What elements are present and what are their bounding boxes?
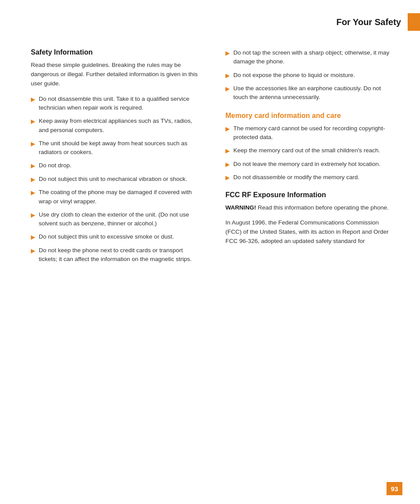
list-item: ▶ Do not subject this unit to mechanical… — [31, 175, 199, 184]
safety-info-heading: Safety Information — [31, 48, 199, 56]
bullet-arrow-icon: ▶ — [31, 95, 35, 104]
list-item: ▶ Do not keep the phone next to credit c… — [31, 246, 199, 264]
bullet-arrow-icon: ▶ — [31, 162, 35, 170]
bullet-text: Do not subject this unit to mechanical v… — [39, 175, 199, 184]
safety-intro-text: Read these simple guidelines. Breaking t… — [31, 61, 199, 88]
list-item: ▶ Do not drop. — [31, 161, 199, 170]
list-item: ▶ Use dry cloth to clean the exterior of… — [31, 210, 199, 228]
list-item: ▶ Do not expose the phone to liquid or m… — [225, 71, 394, 80]
bullet-arrow-icon: ▶ — [31, 246, 35, 255]
bullet-text: Do not subject this unit to excessive sm… — [39, 232, 199, 241]
list-item: ▶ Do not disassemble or modify the memor… — [225, 173, 394, 182]
right-column: ▶ Do not tap the screen with a sharp obj… — [221, 48, 394, 268]
list-item: ▶ The coating of the phone may be damage… — [31, 188, 199, 206]
top-bullet-list: ▶ Do not tap the screen with a sharp obj… — [225, 48, 394, 102]
fcc-warning-paragraph: WARNING! Read this information before op… — [225, 203, 394, 213]
list-item: ▶ Use the accessories like an earphone c… — [225, 84, 394, 102]
bullet-arrow-icon: ▶ — [31, 175, 35, 184]
memory-card-section: Memory card information and care ▶ The m… — [225, 112, 394, 182]
header-accent-bar — [408, 13, 420, 31]
bullet-text: Use the accessories like an earphone cau… — [233, 84, 394, 102]
bullet-text: The coating of the phone may be damaged … — [39, 188, 199, 206]
bullet-arrow-icon: ▶ — [31, 233, 35, 242]
bullet-arrow-icon: ▶ — [31, 188, 35, 197]
bullet-arrow-icon: ▶ — [225, 125, 230, 133]
list-item: ▶ Keep the memory card out of the small … — [225, 146, 394, 155]
fcc-body-text: In August 1996, the Federal Communicatio… — [225, 218, 394, 246]
memory-card-heading: Memory card information and care — [225, 112, 394, 120]
bullet-text: Do not leave the memory card in extremel… — [233, 160, 394, 169]
list-item: ▶ Do not subject this unit to excessive … — [31, 232, 199, 242]
bullet-text: Do not drop. — [39, 161, 199, 170]
main-content: Safety Information Read these simple gui… — [0, 40, 420, 294]
fcc-warning-label: WARNING! — [225, 204, 256, 211]
bullet-arrow-icon: ▶ — [225, 49, 230, 58]
header-title: For Your Safety — [336, 17, 401, 27]
fcc-heading: FCC RF Exposure Information — [225, 191, 394, 199]
bullet-text: Do not disassemble this unit. Take it to… — [39, 95, 199, 113]
bullet-text: Do not keep the phone next to credit car… — [39, 246, 199, 264]
list-item: ▶ The memory card cannot be used for rec… — [225, 124, 394, 142]
bullet-arrow-icon: ▶ — [225, 147, 230, 155]
bullet-text: The memory card cannot be used for recor… — [233, 124, 394, 142]
bullet-arrow-icon: ▶ — [225, 85, 230, 93]
safety-bullet-list: ▶ Do not disassemble this unit. Take it … — [31, 95, 199, 264]
bullet-arrow-icon: ▶ — [31, 117, 35, 126]
bullet-arrow-icon: ▶ — [225, 173, 230, 182]
page-header: For Your Safety — [0, 0, 420, 40]
bullet-arrow-icon: ▶ — [225, 71, 230, 80]
fcc-warning-text: Read this information before operating t… — [256, 204, 389, 211]
list-item: ▶ Keep away from electrical appliances s… — [31, 117, 199, 135]
bullet-text: Keep the memory card out of the small ch… — [233, 146, 394, 155]
list-item: ▶ The unit should be kept away from heat… — [31, 139, 199, 157]
list-item: ▶ Do not tap the screen with a sharp obj… — [225, 48, 394, 66]
left-column: Safety Information Read these simple gui… — [31, 48, 203, 268]
bullet-arrow-icon: ▶ — [31, 211, 35, 220]
fcc-section: FCC RF Exposure Information WARNING! Rea… — [225, 191, 394, 246]
bullet-text: Do not expose the phone to liquid or moi… — [233, 71, 394, 80]
page-number-container: 93 — [387, 482, 402, 495]
list-item: ▶ Do not leave the memory card in extrem… — [225, 160, 394, 169]
memory-bullet-list: ▶ The memory card cannot be used for rec… — [225, 124, 394, 182]
bullet-text: Do not tap the screen with a sharp objec… — [233, 48, 394, 66]
bullet-text: Keep away from electrical appliances suc… — [39, 117, 199, 135]
bullet-text: Do not disassemble or modify the memory … — [233, 173, 394, 182]
bullet-arrow-icon: ▶ — [225, 160, 230, 169]
bullet-arrow-icon: ▶ — [31, 140, 35, 148]
list-item: ▶ Do not disassemble this unit. Take it … — [31, 95, 199, 113]
page-number-box: 93 — [387, 482, 402, 495]
bullet-text: Use dry cloth to clean the exterior of t… — [39, 210, 199, 228]
bullet-text: The unit should be kept away from heat s… — [39, 139, 199, 157]
